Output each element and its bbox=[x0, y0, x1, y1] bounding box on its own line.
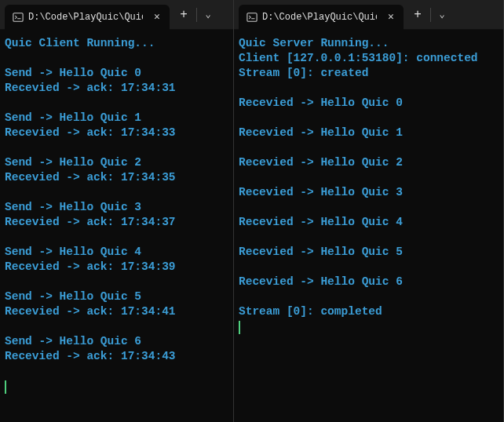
output-line: ​ bbox=[5, 140, 228, 155]
output-line: Recevied -> Hello Quic 5 bbox=[239, 245, 499, 260]
terminal-icon bbox=[13, 12, 24, 23]
output-line: ​ bbox=[5, 96, 228, 111]
output-line: ​ bbox=[5, 185, 228, 200]
chevron-down-icon[interactable]: ⌄ bbox=[433, 4, 451, 26]
output-line: ​ bbox=[5, 364, 228, 379]
close-icon[interactable]: ✕ bbox=[385, 11, 397, 24]
output-line: Stream [0]: created bbox=[239, 66, 499, 81]
output-line: Recevied -> ack: 17:34:31 bbox=[5, 81, 228, 96]
output-line: Recevied -> Hello Quic 3 bbox=[239, 185, 499, 200]
output-line: Recevied -> ack: 17:34:35 bbox=[5, 170, 228, 185]
output-line: Send -> Hello Quic 3 bbox=[5, 200, 228, 215]
output-line: Send -> Hello Quic 5 bbox=[5, 289, 228, 304]
output-line: ​ bbox=[239, 81, 499, 96]
output-line: Send -> Hello Quic 4 bbox=[5, 245, 228, 260]
tab-title: D:\Code\PlayQuic\QuicServer bbox=[262, 12, 377, 23]
output-line: Send -> Hello Quic 0 bbox=[5, 66, 228, 81]
chevron-down-icon[interactable]: ⌄ bbox=[199, 4, 217, 26]
tab-server[interactable]: D:\Code\PlayQuic\QuicServer ✕ bbox=[239, 5, 404, 30]
svg-rect-0 bbox=[13, 13, 23, 21]
output-line: Recevied -> ack: 17:34:37 bbox=[5, 215, 228, 230]
output-line: ​ bbox=[5, 51, 228, 66]
divider bbox=[430, 8, 431, 22]
tab-bar: D:\Code\PlayQuic\QuicClient\ ✕ + ⌄ bbox=[0, 0, 233, 30]
divider bbox=[196, 8, 197, 22]
output-line: Recevied -> ack: 17:34:33 bbox=[5, 126, 228, 140]
output-line: Send -> Hello Quic 2 bbox=[5, 155, 228, 170]
output-line: ​ bbox=[5, 275, 228, 289]
tab-title: D:\Code\PlayQuic\QuicClient\ bbox=[28, 12, 143, 23]
output-line: ​ bbox=[5, 319, 228, 334]
terminal-icon bbox=[247, 12, 257, 23]
new-tab-button[interactable]: + bbox=[407, 4, 429, 26]
svg-rect-1 bbox=[247, 13, 257, 21]
output-line: ​ bbox=[239, 230, 499, 245]
output-line: Recevied -> Hello Quic 0 bbox=[239, 96, 499, 111]
output-line: ​ bbox=[239, 140, 499, 155]
output-line: Recevied -> Hello Quic 1 bbox=[239, 126, 499, 140]
output-line: ​ bbox=[239, 200, 499, 215]
output-line: Recevied -> Hello Quic 2 bbox=[239, 155, 499, 170]
tab-bar: D:\Code\PlayQuic\QuicServer ✕ + ⌄ bbox=[234, 0, 503, 30]
output-line: ​ bbox=[239, 289, 499, 304]
terminal-pane-client: D:\Code\PlayQuic\QuicClient\ ✕ + ⌄ Quic … bbox=[0, 0, 234, 422]
output-line: ​ bbox=[5, 230, 228, 245]
tab-client[interactable]: D:\Code\PlayQuic\QuicClient\ ✕ bbox=[5, 5, 170, 30]
output-line: Stream [0]: completed bbox=[239, 304, 499, 319]
output-line: ​ bbox=[239, 111, 499, 126]
cursor bbox=[239, 321, 240, 334]
output-line: Recevied -> ack: 17:34:41 bbox=[5, 304, 228, 319]
terminal-pane-server: D:\Code\PlayQuic\QuicServer ✕ + ⌄ Quic S… bbox=[234, 0, 504, 422]
cursor bbox=[5, 380, 6, 394]
output-line: Quic Client Running... bbox=[5, 36, 228, 51]
output-line: Recevied -> ack: 17:34:39 bbox=[5, 260, 228, 275]
output-line: Send -> Hello Quic 6 bbox=[5, 334, 228, 349]
output-line: Recevied -> ack: 17:34:43 bbox=[5, 349, 228, 364]
output-line: Recevied -> Hello Quic 6 bbox=[239, 275, 499, 289]
output-line: Quic Server Running... bbox=[239, 36, 499, 51]
new-tab-button[interactable]: + bbox=[173, 4, 195, 26]
close-icon[interactable]: ✕ bbox=[151, 11, 163, 24]
output-line: ​ bbox=[239, 170, 499, 185]
output-line: Recevied -> Hello Quic 4 bbox=[239, 215, 499, 230]
output-line: ​ bbox=[239, 260, 499, 275]
terminal-output-client[interactable]: Quic Client Running...​Send -> Hello Qui… bbox=[0, 30, 233, 422]
output-line: Client [127.0.0.1:53180]: connected bbox=[239, 51, 499, 66]
output-line: Send -> Hello Quic 1 bbox=[5, 111, 228, 126]
terminal-output-server[interactable]: Quic Server Running...Client [127.0.0.1:… bbox=[234, 30, 503, 422]
